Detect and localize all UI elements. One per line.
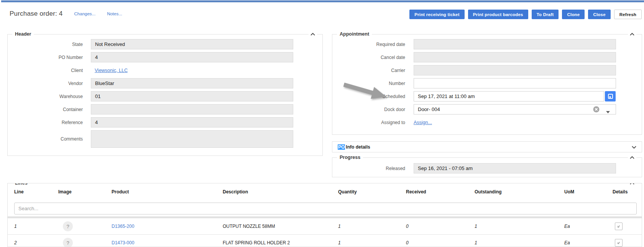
vendor-field: BlueStar	[91, 78, 293, 88]
reference-field: 4	[91, 117, 293, 128]
product-image-placeholder: ?	[63, 221, 73, 231]
column-header-line: Line	[14, 189, 58, 195]
column-header-product: Product	[112, 189, 223, 195]
column-header-image: Image	[58, 189, 112, 195]
appointment-number-field[interactable]	[414, 78, 616, 88]
dock-door-dropdown-caret[interactable]	[606, 108, 610, 110]
edit-icon	[618, 240, 620, 245]
changes-link[interactable]: Changes...	[74, 11, 96, 16]
action-button-bar: Print receiving ticket Print product bar…	[409, 10, 642, 19]
search-input[interactable]	[14, 203, 637, 214]
cell-outstanding: 1	[475, 240, 564, 245]
reference-label: Reference	[8, 120, 83, 125]
required-date-label: Required date	[332, 42, 405, 47]
print-product-barcodes-button[interactable]: Print product barcodes	[468, 10, 528, 19]
po-info-selected-text: PO	[338, 144, 345, 150]
appointment-collapse-button[interactable]	[628, 31, 636, 37]
scheduled-label: Schedulled	[332, 94, 405, 99]
lines-panel-legend: Lines	[12, 183, 30, 186]
chevron-up-icon	[630, 33, 634, 36]
header-collapse-button[interactable]	[309, 31, 317, 37]
cell-quantity: 1	[338, 224, 406, 229]
vendor-label: Vendor	[8, 81, 83, 86]
lines-search	[14, 203, 637, 214]
header-panel: Header State Not Received PO Number 4 Cl…	[7, 34, 323, 156]
comments-field	[91, 130, 293, 148]
released-label: Released	[332, 166, 405, 171]
top-accent-bar	[1, 0, 644, 2]
client-row: Client Viewsonic, LLC	[8, 65, 322, 75]
po-number-label: PO Number	[8, 55, 83, 60]
chevron-up-icon	[630, 183, 634, 185]
product-link[interactable]: D1473-000	[112, 240, 223, 245]
refresh-button[interactable]: Refresh	[614, 10, 642, 19]
cell-description: FLAT SPRING ROLL HOLDER 2	[223, 240, 338, 245]
cell-description: OUTPUT NOZZLE 58MM	[223, 224, 338, 229]
column-header-details: Details	[613, 189, 642, 195]
appointment-panel-legend: Appointment	[337, 31, 372, 37]
warehouse-field: 01	[91, 91, 293, 101]
clone-button[interactable]: Clone	[562, 10, 585, 19]
cell-quantity: 1	[338, 240, 406, 245]
lines-table-header: Line Image Product Description Quantity …	[8, 188, 642, 196]
scheduled-field[interactable]: Sep 17, 2021 at 11:00 am	[414, 91, 604, 101]
progress-collapse-button[interactable]	[628, 155, 636, 160]
print-receiving-ticket-button[interactable]: Print receiving ticket	[409, 10, 465, 19]
column-header-outstanding: Outstanding	[475, 189, 564, 195]
caret-down-icon	[606, 111, 610, 113]
cell-uom: Ea	[564, 224, 613, 229]
column-header-quantity: Quantity	[338, 189, 406, 195]
po-number-field: 4	[91, 52, 293, 62]
state-label: State	[8, 42, 83, 47]
product-link[interactable]: D1365-200	[112, 224, 223, 229]
cell-line: 2	[14, 240, 58, 245]
edit-line-button[interactable]	[615, 239, 623, 247]
appointment-number-label: Number	[332, 81, 405, 86]
cell-line: 1	[14, 224, 58, 229]
table-row: 2 ? D1473-000 FLAT SPRING ROLL HOLDER 2 …	[8, 235, 642, 247]
comments-label: Comments	[8, 136, 83, 142]
appointment-panel: Appointment Required date Cancel date Ca…	[332, 34, 642, 135]
close-button[interactable]: Close	[588, 10, 610, 19]
to-draft-button[interactable]: To Draft	[532, 10, 559, 19]
product-image-placeholder: ?	[63, 238, 73, 247]
state-row: State Not Received	[8, 39, 322, 49]
clear-icon	[593, 106, 600, 113]
header-panel-legend: Header	[12, 31, 34, 37]
column-header-description: Description	[223, 189, 338, 195]
lines-panel: Lines Line Image Product Description Qua…	[7, 183, 642, 247]
po-info-details-section[interactable]: PO Info details	[332, 141, 642, 152]
dock-door-field[interactable]: Door- 004	[414, 104, 616, 115]
purchase-order-page: Purchase order: 4 Changes... Notes... Pr…	[0, 0, 644, 247]
required-date-row: Required date	[332, 39, 642, 49]
calendar-icon	[608, 93, 613, 99]
assigned-to-row: Assigned to Assign...	[332, 117, 642, 128]
po-info-title: Info details	[346, 144, 370, 150]
title-row: Purchase order: 4 Changes... Notes...	[10, 8, 122, 19]
warehouse-row: Warehouse 01	[8, 91, 322, 101]
container-label: Container	[8, 107, 83, 112]
date-picker-button[interactable]	[605, 91, 616, 101]
dock-door-row: Dock door Door- 004	[332, 104, 642, 115]
carrier-field	[414, 65, 616, 75]
chevron-up-icon	[310, 33, 315, 36]
clear-dock-door-button[interactable]	[593, 106, 600, 113]
cell-received: 0	[406, 240, 475, 245]
page-title: Purchase order: 4	[10, 10, 63, 18]
edit-line-button[interactable]	[615, 222, 623, 230]
progress-panel-legend: Progress	[337, 155, 363, 160]
po-info-expand-button[interactable]	[632, 144, 636, 150]
cancel-date-row: Cancel date	[332, 52, 642, 62]
notes-link[interactable]: Notes...	[107, 11, 122, 16]
table-row: 1 ? D1365-200 OUTPUT NOZZLE 58MM 1 0 1 E…	[8, 218, 642, 235]
released-row: Released Sep 16, 2021 - 07:05 am	[332, 163, 642, 173]
container-field	[91, 104, 293, 115]
warehouse-label: Warehouse	[8, 94, 83, 99]
assign-link[interactable]: Assign...	[414, 120, 432, 125]
assigned-to-label: Assigned to	[332, 120, 405, 125]
cell-outstanding: 1	[475, 224, 564, 229]
lines-collapse-button[interactable]	[628, 183, 636, 186]
client-link[interactable]: Viewsonic, LLC	[95, 68, 128, 73]
carrier-label: Carrier	[332, 68, 405, 73]
cancel-date-label: Cancel date	[332, 55, 405, 60]
